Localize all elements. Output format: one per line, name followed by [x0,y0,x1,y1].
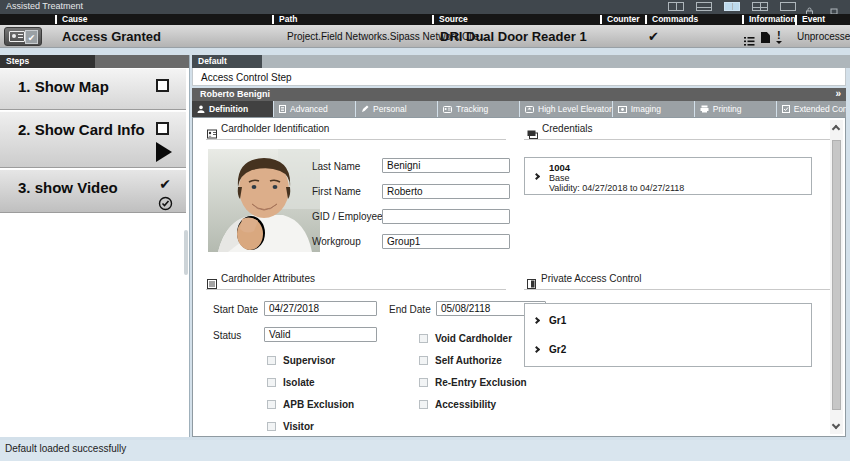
card-up-icon [525,106,534,113]
field-label: First Name [312,186,361,197]
layout-rows-icon[interactable] [696,2,712,11]
app-title: Assisted Treatment [6,1,83,11]
tab-tracking[interactable]: Tracking [438,101,519,117]
last-name-input[interactable]: Benigni [382,158,510,173]
status-input[interactable]: Valid [264,327,377,342]
overflow-chevrons-icon[interactable]: » [835,88,841,99]
checkbox-label: Self Authorize [435,355,502,366]
access-group-gr2[interactable]: Gr2 [549,344,566,355]
layout-split-icon[interactable] [668,2,684,11]
checkbox-label: Re-Entry Exclusion [435,377,527,388]
tab-printing[interactable]: Printing [695,101,776,117]
end-date-label: End Date [389,304,431,315]
cardholder-photo [208,149,320,256]
step-item-show-card-info[interactable]: 2. Show Card Info [0,111,186,168]
person-icon [197,105,205,113]
attributes-icon [207,275,217,293]
credentials-icon [527,125,538,143]
expand-chevron-icon[interactable] [533,346,540,353]
layout-single-icon[interactable] [780,2,796,11]
access-group-gr1[interactable]: Gr1 [549,315,566,326]
tab-personal[interactable]: Personal [356,101,437,117]
event-status-value: Unprocessed [797,31,850,42]
step-checkbox[interactable] [156,122,169,135]
checkbox-isolate[interactable] [267,378,276,387]
section-title-private-access: Private Access Control [541,273,642,284]
layout-current-icon[interactable] [724,2,740,11]
checkbox-label: APB Exclusion [283,399,354,410]
step-checkbox[interactable] [156,79,169,92]
event-document-icon[interactable] [761,32,770,43]
scroll-down-icon[interactable] [832,421,840,429]
checkbox-label: Accessibility [435,399,496,410]
tab-imaging[interactable]: Imaging [613,101,694,117]
col-path[interactable]: Path [272,15,297,24]
commands-check-icon[interactable]: ✔ [648,29,659,44]
section-title-identification: Cardholder Identification [221,123,329,134]
event-row[interactable]: ✔ Access Granted Project.Field Networks.… [0,25,850,48]
status-message: Default loaded successfully [5,443,126,454]
tab-extended-control[interactable]: Extended Control [777,101,846,117]
badge-icon [207,125,217,143]
checkbox-accessibility[interactable] [419,400,428,409]
field-label: Last Name [312,161,360,172]
section-title-credentials: Credentials [542,123,593,134]
pen-icon [361,105,369,113]
col-cause[interactable]: Cause [55,15,88,24]
checkbox-void-cardholder[interactable] [419,334,428,343]
steps-scrollbar[interactable] [184,230,188,275]
checkbox-self-authorize[interactable] [419,356,428,365]
col-counter[interactable]: Counter [600,15,640,24]
checkbox-supervisor[interactable] [267,356,276,365]
event-source: DRI Dual Door Reader 1 [440,29,587,44]
first-name-input[interactable]: Roberto [382,184,510,199]
checkbox-visitor[interactable] [267,422,276,431]
checkbox-apb-exclusion[interactable] [267,400,276,409]
col-source[interactable]: Source [432,15,468,24]
scroll-up-icon[interactable] [832,125,840,133]
start-date-label: Start Date [213,304,258,315]
step-confirmed-icon[interactable] [158,196,173,215]
section-title-attributes: Cardholder Attributes [221,273,315,284]
col-commands[interactable]: Commands [645,15,698,24]
credential-profile: Base [549,173,570,183]
cardholder-title-bar: Roberto Benigni » [192,88,846,101]
step-done-check-icon: ✔ [159,176,171,192]
steps-panel-header: Steps [0,55,189,68]
workspace-tab-default[interactable]: Default [192,55,262,68]
start-date-input[interactable]: 04/27/2018 [264,301,377,316]
col-information[interactable]: Information [742,15,796,24]
tab-advanced[interactable]: Advanced [274,101,355,117]
step-label: 2. Show Card Info [18,121,145,138]
restore-window-icon[interactable] [830,2,839,11]
checkbox-re-entry-exclusion[interactable] [419,378,428,387]
checkbox-label: Void Cardholder [435,333,512,344]
photo-icon [618,106,627,113]
card-icon [443,106,452,113]
step-item-show-video[interactable]: 3. show Video ✔ [0,169,186,213]
lock-icon[interactable] [805,2,814,11]
title-bar: Assisted Treatment [0,0,850,14]
step-item-show-map[interactable]: 1. Show Map [0,68,186,110]
access-control-step-label: Access Control Step [201,72,292,83]
tab-definition[interactable]: Definition [192,101,273,117]
access-event-icon: ✔ [4,27,42,46]
gid-input[interactable] [382,209,510,224]
tab-high-level-elevator[interactable]: High Level Elevator [520,101,612,117]
expand-chevron-icon[interactable] [533,317,540,324]
workgroup-input[interactable]: Group1 [382,234,510,249]
event-cause: Access Granted [62,29,161,44]
scrollbar-thumb[interactable] [832,140,841,410]
step-label: 1. Show Map [18,78,109,95]
event-alert-dropdown-icon[interactable]: ! [777,29,781,41]
event-list-icon[interactable] [744,32,755,50]
content-scrollbar[interactable] [830,120,843,434]
status-label: Status [213,330,241,341]
door-icon [527,275,536,293]
workspace-tabstrip: Default [192,55,850,68]
printer-icon [700,105,709,113]
layout-columns-icon[interactable] [752,2,768,11]
credential-card[interactable]: 1004 Base Validity: 04/27/2018 to 04/27/… [524,157,812,195]
expand-chevron-icon[interactable] [533,173,540,180]
steps-panel-tab[interactable]: Steps [0,55,95,68]
